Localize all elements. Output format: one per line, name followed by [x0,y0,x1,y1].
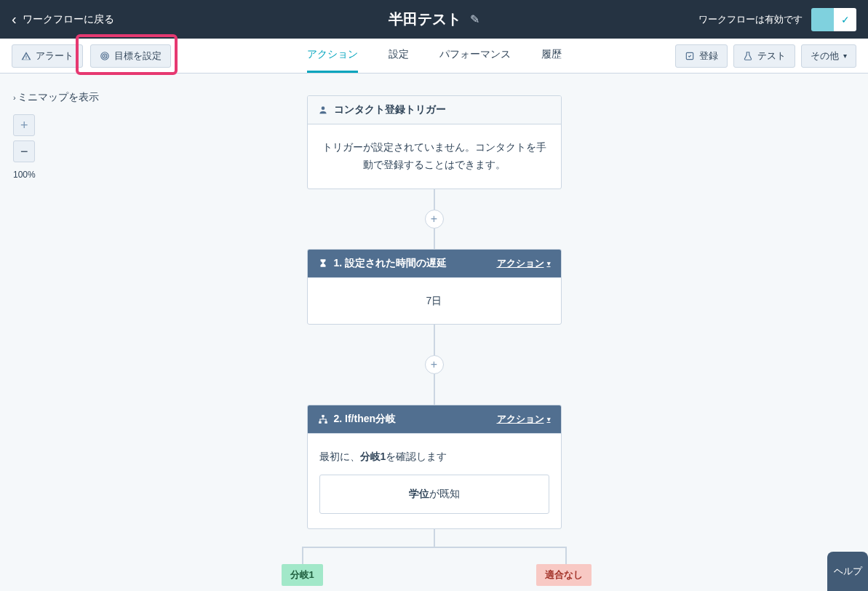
toolbar-left: アラート 目標を設定 [12,44,171,68]
back-label: ワークフローに戻る [23,13,114,26]
delay-action-link[interactable]: アクション ▾ [497,257,551,270]
canvas: › ミニマップを表示 + − 100% コンタクト登録トリガー トリガーが設定さ… [0,74,868,591]
delay-title: 1. 設定された時間の遅延 [334,257,447,270]
minimap-label: ミニマップを表示 [17,91,99,104]
chevron-right-icon: › [13,93,16,102]
test-label: テスト [757,49,786,63]
toggle-on-half: ✓ [834,8,856,31]
test-button[interactable]: テスト [733,44,795,68]
topbar-right: ワークフローは有効です ✓ [698,8,856,31]
action-text: アクション [497,413,544,426]
workflow-status: ワークフローは有効です [698,13,803,26]
toggle-off-half [811,8,834,31]
branch-icon [318,414,328,424]
goal-button[interactable]: 目標を設定 [90,44,171,68]
svg-rect-7 [324,421,327,424]
zoom-in-button[interactable]: + [13,114,35,136]
back-link[interactable]: ‹ ワークフローに戻る [12,11,114,28]
chevron-down-icon: ▾ [547,416,551,423]
enable-toggle[interactable]: ✓ [811,8,856,31]
tab-performance[interactable]: パフォーマンス [439,39,511,73]
tab-history[interactable]: 履歴 [541,39,562,73]
tab-settings[interactable]: 設定 [389,39,409,73]
branch-intro: 最初に、分岐1を確認します [319,451,447,462]
connector [434,229,435,249]
hourglass-icon [318,258,328,269]
branch-title: 2. If/then分岐 [334,413,397,426]
branch-node[interactable]: 2. If/then分岐 アクション ▾ 最初に、分岐1を確認します 学位が既知 [307,405,562,529]
alert-label: アラート [36,49,73,63]
delay-body: 7日 [308,278,561,325]
svg-rect-5 [322,416,324,418]
trigger-header: コンタクト登録トリガー [308,96,561,124]
condition-box: 学位が既知 [319,475,549,514]
zoom-controls: + − 100% [13,114,36,180]
enroll-button[interactable]: 登録 [675,44,728,68]
trigger-title: コンタクト登録トリガー [334,103,446,116]
minimap-toggle[interactable]: › ミニマップを表示 [13,91,99,104]
add-step-button[interactable]: + [425,355,444,374]
connector [434,189,435,210]
delay-header: 1. 設定された時間の遅延 アクション ▾ [308,250,561,278]
branch-action-link[interactable]: アクション ▾ [497,413,551,426]
zoom-out-button[interactable]: − [13,140,35,162]
connector [434,325,435,355]
enroll-label: 登録 [699,49,718,63]
svg-point-4 [321,106,324,110]
target-icon [100,51,110,61]
add-step-button[interactable]: + [425,210,444,229]
chevron-left-icon: ‹ [12,11,17,28]
more-label: その他 [811,49,839,63]
tabs: アクション 設定 パフォーマンス 履歴 [307,39,562,73]
action-text: アクション [497,257,544,270]
branch-tag-nomatch[interactable]: 適合なし [536,564,592,586]
help-label: ヘルプ [834,565,862,578]
branch-body: 最初に、分岐1を確認します 学位が既知 [308,434,561,528]
help-button[interactable]: ヘルプ [827,552,868,591]
delay-node[interactable]: 1. 設定された時間の遅延 アクション ▾ 7日 [307,249,562,325]
toolbar: アラート 目標を設定 アクション 設定 パフォーマンス 履歴 登録 テスト その… [0,39,868,74]
topbar: ‹ ワークフローに戻る 半田テスト ✎ ワークフローは有効です ✓ [0,0,868,39]
flow: コンタクト登録トリガー トリガーが設定されていません。コンタクトを手動で登録する… [300,95,569,587]
branch-tag-match[interactable]: 分岐1 [282,564,323,586]
warning-icon [21,51,31,61]
more-button[interactable]: その他 ▾ [801,44,856,68]
alert-button[interactable]: アラート [12,44,83,68]
trigger-body: トリガーが設定されていません。コンタクトを手動で登録することはできます。 [308,124,561,189]
svg-point-2 [104,55,105,56]
contact-icon [318,105,328,115]
workflow-title: 半田テスト [389,9,461,29]
branch-split: 分岐1 適合なし [296,529,573,587]
pencil-icon[interactable]: ✎ [470,12,479,26]
svg-rect-6 [319,421,322,424]
zoom-level: 100% [13,170,36,180]
title-group: 半田テスト ✎ [389,9,479,29]
toolbar-right: 登録 テスト その他 ▾ [675,44,856,68]
goal-label: 目標を設定 [114,49,162,63]
tab-action[interactable]: アクション [307,39,358,73]
chevron-down-icon: ▾ [547,260,551,267]
flask-icon [743,51,753,61]
enroll-icon [685,51,695,61]
branch-header: 2. If/then分岐 アクション ▾ [308,405,561,434]
connector [434,374,435,405]
trigger-node[interactable]: コンタクト登録トリガー トリガーが設定されていません。コンタクトを手動で登録する… [307,95,562,189]
chevron-down-icon: ▾ [843,52,847,60]
